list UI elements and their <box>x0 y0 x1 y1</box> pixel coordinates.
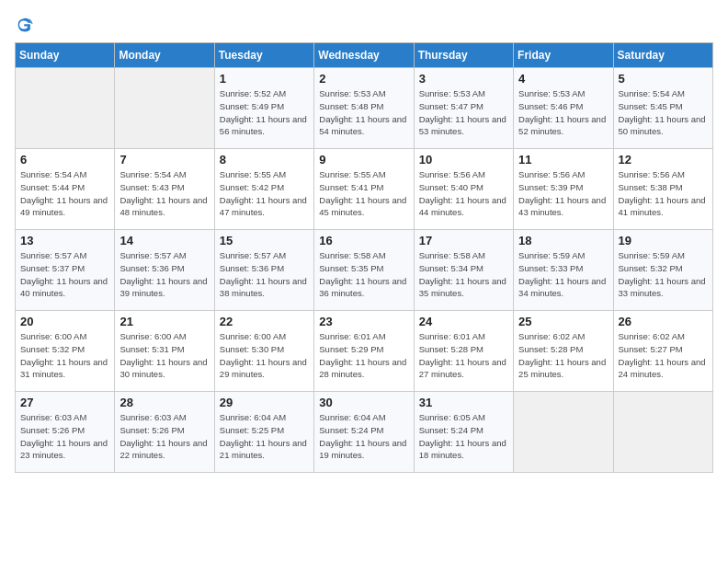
calendar-cell: 7Sunrise: 5:54 AM Sunset: 5:43 PM Daylig… <box>115 149 214 230</box>
calendar-cell <box>115 68 214 149</box>
col-sunday: Sunday <box>16 43 115 68</box>
day-number: 7 <box>119 153 209 167</box>
calendar-cell <box>16 68 115 149</box>
calendar-cell: 27Sunrise: 6:03 AM Sunset: 5:26 PM Dayli… <box>16 392 115 473</box>
day-info: Sunrise: 5:59 AM Sunset: 5:32 PM Dayligh… <box>619 249 708 300</box>
calendar-week-4: 20Sunrise: 6:00 AM Sunset: 5:32 PM Dayli… <box>16 311 713 392</box>
calendar-cell: 6Sunrise: 5:54 AM Sunset: 5:44 PM Daylig… <box>16 149 115 230</box>
calendar-cell: 22Sunrise: 6:00 AM Sunset: 5:30 PM Dayli… <box>214 311 313 392</box>
logo <box>15 15 39 35</box>
calendar-cell: 10Sunrise: 5:56 AM Sunset: 5:40 PM Dayli… <box>414 149 513 230</box>
calendar-cell: 31Sunrise: 6:05 AM Sunset: 5:24 PM Dayli… <box>414 392 513 473</box>
day-number: 26 <box>619 315 708 328</box>
calendar-cell: 24Sunrise: 6:01 AM Sunset: 5:28 PM Dayli… <box>414 311 513 392</box>
calendar-week-5: 27Sunrise: 6:03 AM Sunset: 5:26 PM Dayli… <box>16 392 713 473</box>
day-number: 9 <box>319 153 408 167</box>
calendar-cell: 11Sunrise: 5:56 AM Sunset: 5:39 PM Dayli… <box>514 149 613 230</box>
day-info: Sunrise: 6:03 AM Sunset: 5:26 PM Dayligh… <box>119 411 209 462</box>
calendar-cell: 1Sunrise: 5:52 AM Sunset: 5:49 PM Daylig… <box>214 68 313 149</box>
day-number: 3 <box>419 72 508 86</box>
day-info: Sunrise: 6:03 AM Sunset: 5:26 PM Dayligh… <box>20 411 109 462</box>
day-info: Sunrise: 5:53 AM Sunset: 5:46 PM Dayligh… <box>518 87 608 138</box>
day-number: 2 <box>319 72 408 86</box>
day-number: 20 <box>20 315 109 328</box>
calendar-cell: 19Sunrise: 5:59 AM Sunset: 5:32 PM Dayli… <box>613 230 712 311</box>
day-info: Sunrise: 6:04 AM Sunset: 5:24 PM Dayligh… <box>319 411 408 462</box>
col-wednesday: Wednesday <box>314 43 414 68</box>
header <box>15 15 713 35</box>
day-info: Sunrise: 5:58 AM Sunset: 5:35 PM Dayligh… <box>319 249 408 300</box>
calendar-cell: 14Sunrise: 5:57 AM Sunset: 5:36 PM Dayli… <box>115 230 214 311</box>
day-number: 1 <box>220 72 309 86</box>
day-number: 16 <box>319 234 408 247</box>
day-info: Sunrise: 5:57 AM Sunset: 5:37 PM Dayligh… <box>20 249 109 300</box>
day-number: 6 <box>20 153 109 167</box>
calendar-cell <box>514 392 613 473</box>
day-number: 8 <box>220 153 309 167</box>
calendar-cell: 4Sunrise: 5:53 AM Sunset: 5:46 PM Daylig… <box>514 68 613 149</box>
calendar-cell: 30Sunrise: 6:04 AM Sunset: 5:24 PM Dayli… <box>314 392 414 473</box>
col-tuesday: Tuesday <box>214 43 313 68</box>
day-info: Sunrise: 5:56 AM Sunset: 5:39 PM Dayligh… <box>518 168 608 219</box>
day-info: Sunrise: 5:59 AM Sunset: 5:33 PM Dayligh… <box>518 249 608 300</box>
day-number: 10 <box>419 153 508 167</box>
day-number: 5 <box>619 72 708 86</box>
day-number: 23 <box>319 315 408 328</box>
day-number: 19 <box>619 234 708 247</box>
day-number: 18 <box>518 234 608 247</box>
day-info: Sunrise: 5:55 AM Sunset: 5:41 PM Dayligh… <box>319 168 408 219</box>
day-number: 21 <box>119 315 209 328</box>
calendar-cell: 17Sunrise: 5:58 AM Sunset: 5:34 PM Dayli… <box>414 230 513 311</box>
calendar-cell: 3Sunrise: 5:53 AM Sunset: 5:47 PM Daylig… <box>414 68 513 149</box>
day-info: Sunrise: 6:00 AM Sunset: 5:31 PM Dayligh… <box>119 330 209 381</box>
calendar-cell: 29Sunrise: 6:04 AM Sunset: 5:25 PM Dayli… <box>214 392 313 473</box>
day-info: Sunrise: 5:56 AM Sunset: 5:38 PM Dayligh… <box>619 168 708 219</box>
calendar-cell: 2Sunrise: 5:53 AM Sunset: 5:48 PM Daylig… <box>314 68 414 149</box>
day-info: Sunrise: 6:02 AM Sunset: 5:28 PM Dayligh… <box>518 330 608 381</box>
day-number: 28 <box>119 396 209 409</box>
calendar-cell: 20Sunrise: 6:00 AM Sunset: 5:32 PM Dayli… <box>16 311 115 392</box>
calendar-week-2: 6Sunrise: 5:54 AM Sunset: 5:44 PM Daylig… <box>16 149 713 230</box>
day-info: Sunrise: 5:57 AM Sunset: 5:36 PM Dayligh… <box>119 249 209 300</box>
calendar-cell: 15Sunrise: 5:57 AM Sunset: 5:36 PM Dayli… <box>214 230 313 311</box>
day-info: Sunrise: 6:01 AM Sunset: 5:29 PM Dayligh… <box>319 330 408 381</box>
col-friday: Friday <box>514 43 613 68</box>
calendar-cell: 25Sunrise: 6:02 AM Sunset: 5:28 PM Dayli… <box>514 311 613 392</box>
day-number: 29 <box>220 396 309 409</box>
day-info: Sunrise: 5:53 AM Sunset: 5:48 PM Dayligh… <box>319 87 408 138</box>
day-number: 25 <box>518 315 608 328</box>
day-number: 22 <box>220 315 309 328</box>
day-info: Sunrise: 6:01 AM Sunset: 5:28 PM Dayligh… <box>419 330 508 381</box>
day-number: 14 <box>119 234 209 247</box>
day-number: 15 <box>220 234 309 247</box>
day-info: Sunrise: 6:05 AM Sunset: 5:24 PM Dayligh… <box>419 411 508 462</box>
day-number: 27 <box>20 396 109 409</box>
calendar-cell: 5Sunrise: 5:54 AM Sunset: 5:45 PM Daylig… <box>613 68 712 149</box>
logo-icon <box>15 15 35 35</box>
day-number: 13 <box>20 234 109 247</box>
calendar-cell: 21Sunrise: 6:00 AM Sunset: 5:31 PM Dayli… <box>115 311 214 392</box>
day-info: Sunrise: 5:57 AM Sunset: 5:36 PM Dayligh… <box>220 249 309 300</box>
day-number: 24 <box>419 315 508 328</box>
calendar-body: 1Sunrise: 5:52 AM Sunset: 5:49 PM Daylig… <box>16 68 713 473</box>
calendar-cell: 12Sunrise: 5:56 AM Sunset: 5:38 PM Dayli… <box>613 149 712 230</box>
day-info: Sunrise: 6:00 AM Sunset: 5:30 PM Dayligh… <box>220 330 309 381</box>
day-info: Sunrise: 5:54 AM Sunset: 5:45 PM Dayligh… <box>619 87 708 138</box>
calendar-cell: 9Sunrise: 5:55 AM Sunset: 5:41 PM Daylig… <box>314 149 414 230</box>
day-info: Sunrise: 6:00 AM Sunset: 5:32 PM Dayligh… <box>20 330 109 381</box>
calendar-cell: 26Sunrise: 6:02 AM Sunset: 5:27 PM Dayli… <box>613 311 712 392</box>
day-number: 17 <box>419 234 508 247</box>
day-info: Sunrise: 5:56 AM Sunset: 5:40 PM Dayligh… <box>419 168 508 219</box>
calendar-cell: 16Sunrise: 5:58 AM Sunset: 5:35 PM Dayli… <box>314 230 414 311</box>
day-number: 31 <box>419 396 508 409</box>
day-info: Sunrise: 5:55 AM Sunset: 5:42 PM Dayligh… <box>220 168 309 219</box>
calendar-cell: 13Sunrise: 5:57 AM Sunset: 5:37 PM Dayli… <box>16 230 115 311</box>
day-number: 4 <box>518 72 608 86</box>
calendar-cell: 18Sunrise: 5:59 AM Sunset: 5:33 PM Dayli… <box>514 230 613 311</box>
col-saturday: Saturday <box>613 43 712 68</box>
day-info: Sunrise: 5:52 AM Sunset: 5:49 PM Dayligh… <box>220 87 309 138</box>
day-info: Sunrise: 5:53 AM Sunset: 5:47 PM Dayligh… <box>419 87 508 138</box>
calendar-cell <box>613 392 712 473</box>
day-number: 11 <box>518 153 608 167</box>
day-info: Sunrise: 6:04 AM Sunset: 5:25 PM Dayligh… <box>220 411 309 462</box>
